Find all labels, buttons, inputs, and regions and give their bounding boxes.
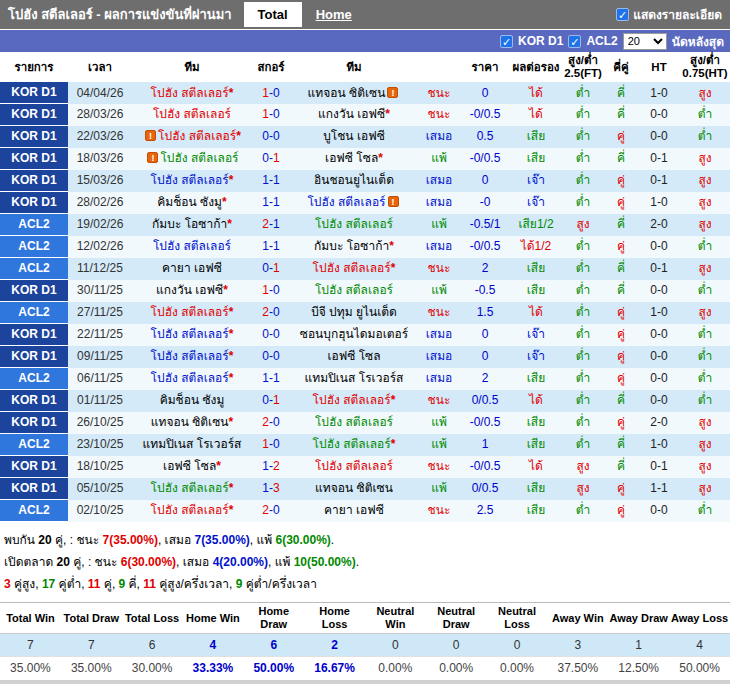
away-team-name: ซอนบุกฮุนไดมอเตอร์ xyxy=(300,327,408,341)
home-team: โปฮัง สตีลเลอร์ xyxy=(153,239,231,253)
league-badge: KOR D1 xyxy=(0,390,68,412)
stats-header: Total Draw xyxy=(61,603,122,633)
stats-header: Home Loss xyxy=(304,603,365,633)
odd-even-cell: คู่ xyxy=(604,478,638,500)
away-goals: 1 xyxy=(273,371,280,385)
column-header: ทีม xyxy=(290,52,418,82)
ht-score-cell: 0-0 xyxy=(638,236,680,258)
away-team-name: โปฮัง สตีลเลอร์ xyxy=(315,217,393,231)
league-badge: ACL2 xyxy=(0,258,68,280)
over-under-25-cell: ต่ำ xyxy=(562,346,604,368)
odds-result-cell: เสีย xyxy=(510,500,562,522)
bottom-divider xyxy=(0,680,730,684)
away-team-cell: โปฮัง สตีลเลอร์* xyxy=(290,390,418,412)
league-badge: KOR D1 xyxy=(0,148,68,170)
kor-d1-label: KOR D1 xyxy=(518,34,563,48)
score-cell: 2-0 xyxy=(252,500,290,522)
home-team-cell: !โปฮัง สตีลเลอร์ xyxy=(132,148,252,170)
handicap-price-cell: 1 xyxy=(460,434,510,456)
away-team-cell: โปฮัง สตีลเลอร์ xyxy=(290,280,418,302)
show-detail-toggle[interactable]: ✓ แสดงรายละเอียด xyxy=(616,5,730,24)
match-date: 18/03/26 xyxy=(68,148,132,170)
stats-count: 6 xyxy=(243,633,304,656)
summary-text: , แพ้ xyxy=(250,533,276,547)
over-under-075-cell: ต่ำ xyxy=(680,390,730,412)
away-team-name: อินชอนยูไนเต็ด xyxy=(314,173,394,187)
stats-header: Away Win xyxy=(547,603,608,633)
handicap-price-cell: -0/0.5 xyxy=(460,456,510,478)
tab-total[interactable]: Total xyxy=(244,2,302,27)
star-icon: * xyxy=(389,239,394,253)
over-under-075-cell: ต่ำ xyxy=(680,104,730,126)
home-team-cell: โปฮัง สตีลเลอร์* xyxy=(132,82,252,104)
stats-percent: 35.00% xyxy=(0,656,61,679)
home-team-name: กัมบะ โอซาก้า xyxy=(152,217,227,231)
match-date: 19/02/26 xyxy=(68,214,132,236)
acl2-checkbox[interactable]: ✓ xyxy=(568,35,581,48)
ht-score-cell: 0-0 xyxy=(638,390,680,412)
away-team: เอฟซี โซล* xyxy=(325,151,383,165)
kor-d1-checkbox[interactable]: ✓ xyxy=(500,35,513,48)
odds-result-cell: เสีย xyxy=(510,368,562,390)
stats-header: Neutral Win xyxy=(365,603,426,633)
stats-header: Neutral Draw xyxy=(426,603,487,633)
away-team: โปฮัง สตีลเลอร์* xyxy=(313,261,396,275)
summary-line-3: 3 คู่สูง, 17 คู่ต่ำ, 11 คู่, 9 คี่, 11 ค… xyxy=(4,574,726,593)
ht-score-cell: 0-0 xyxy=(638,280,680,302)
home-team-cell: โปฮัง สตีลเลอร์* xyxy=(132,302,252,324)
over-under-25-cell: สูง xyxy=(562,456,604,478)
stats-percent: 50.00% xyxy=(669,656,730,679)
summary-text: คู่, xyxy=(101,577,119,591)
league-badge: ACL2 xyxy=(0,500,68,522)
home-team: โปฮัง สตีลเลอร์* xyxy=(151,305,234,319)
home-team-cell: เอฟซี โซล* xyxy=(132,456,252,478)
column-header: สูง/ต่ำ 0.75(HT) xyxy=(680,52,730,82)
last-matches-label: นัดหลังสุด xyxy=(672,32,724,51)
away-team-cell: ซอนบุกฮุนไดมอเตอร์ xyxy=(290,324,418,346)
home-goals: 0 xyxy=(262,151,269,165)
away-team: คายา เอฟซี xyxy=(324,503,384,517)
score-cell: 0-0 xyxy=(252,126,290,148)
summary-text: . xyxy=(356,555,359,569)
checkbox-checked-icon[interactable]: ✓ xyxy=(616,8,629,21)
odd-even-cell: คี่ xyxy=(604,104,638,126)
over-under-25-cell: ต่ำ xyxy=(562,104,604,126)
match-count-select[interactable]: 20 xyxy=(623,33,667,50)
over-under-25-cell: ต่ำ xyxy=(562,192,604,214)
match-date: 22/03/26 xyxy=(68,126,132,148)
odd-even-cell: คู่ xyxy=(604,302,638,324)
over-under-25-cell: ต่ำ xyxy=(562,258,604,280)
home-team: โปฮัง สตีลเลอร์* xyxy=(151,503,234,517)
score-cell: 0-0 xyxy=(252,324,290,346)
handicap-price-cell: -0/0.5 xyxy=(460,412,510,434)
summary-text: . xyxy=(331,533,334,547)
summary-text: 4(20.00%) xyxy=(213,555,268,569)
away-team: โปฮัง สตีลเลอร์ xyxy=(315,415,393,429)
ht-score-cell: 0-1 xyxy=(638,456,680,478)
stats-header: Total Loss xyxy=(122,603,183,633)
column-header: รายการ xyxy=(0,52,68,82)
stats-count: 3 xyxy=(547,633,608,656)
odd-even-cell: คี่ xyxy=(604,214,638,236)
stats-percent: 30.00% xyxy=(122,656,183,679)
home-team-name: โปฮัง สตีลเลอร์ xyxy=(158,129,236,143)
home-team-name: โปฮัง สตีลเลอร์ xyxy=(151,371,229,385)
tab-home[interactable]: Home xyxy=(302,2,366,27)
over-under-25-cell: ต่ำ xyxy=(562,236,604,258)
match-date: 23/10/25 xyxy=(68,434,132,456)
match-row: KOR D128/02/26คิมช็อน ซังมู*1-1โปฮัง สตี… xyxy=(0,192,730,214)
away-team-name: โปฮัง สตีลเลอร์ xyxy=(313,261,391,275)
stats-header: Neutral Loss xyxy=(487,603,548,633)
league-badge: ACL2 xyxy=(0,236,68,258)
column-header xyxy=(418,52,460,82)
league-badge: KOR D1 xyxy=(0,82,68,104)
match-date: 28/02/26 xyxy=(68,192,132,214)
away-team-name: คายา เอฟซี xyxy=(324,503,384,517)
over-under-075-cell: ต่ำ xyxy=(680,236,730,258)
stats-percent: 0.00% xyxy=(487,656,548,679)
home-team-name: โปฮัง สตีลเลอร์ xyxy=(153,107,231,121)
home-team-cell: โปฮัง สตีลเลอร์* xyxy=(132,478,252,500)
home-team-cell: กัมบะ โอซาก้า* xyxy=(132,214,252,236)
match-date: 22/11/25 xyxy=(68,324,132,346)
match-date: 27/11/25 xyxy=(68,302,132,324)
